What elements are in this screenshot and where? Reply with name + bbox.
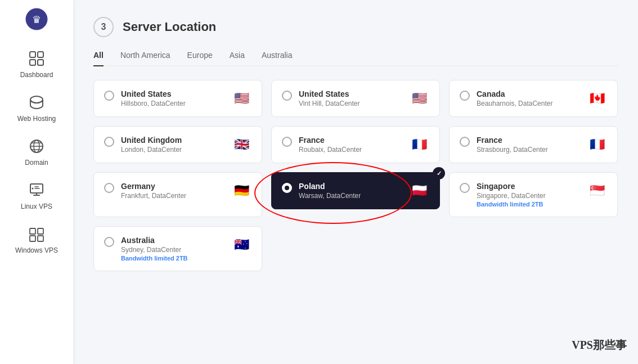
bandwidth-note: Bandwidth limited 2TB [477, 201, 580, 208]
location-card-australia[interactable]: Australia Sydney, DataCenter Bandwidth l… [93, 226, 262, 271]
country-name: United States [299, 89, 402, 98]
tab-asia[interactable]: Asia [230, 51, 245, 65]
flag-us-hillsboro: 🇺🇸 [231, 92, 251, 105]
country-name: United States [121, 89, 224, 98]
country-name: Germany [121, 182, 224, 191]
flag-uk: 🇬🇧 [231, 138, 251, 151]
flag-canada: 🇨🇦 [587, 92, 607, 105]
tab-australia[interactable]: Australia [262, 51, 292, 65]
linux-vps-icon [26, 180, 47, 200]
svg-rect-2 [30, 52, 35, 57]
radio-australia[interactable] [104, 237, 114, 247]
country-name: United Kingdom [121, 136, 224, 145]
sidebar-item-linux-vps[interactable]: Linux VPS [0, 173, 73, 217]
location-card-france-strasbourg[interactable]: France Strasbourg, DataCenter 🇫🇷 [449, 126, 618, 163]
location-card-uk[interactable]: United Kingdom London, DataCenter 🇬🇧 [93, 126, 262, 163]
sidebar-item-domain[interactable]: Domain [0, 129, 73, 173]
sidebar-item-windows-vps[interactable]: Windows VPS [0, 217, 73, 261]
location-card-canada[interactable]: Canada Beauharnois, DataCenter 🇨🇦 [449, 80, 618, 117]
svg-rect-19 [38, 236, 43, 241]
sidebar-item-web-hosting[interactable]: Web Hosting [0, 86, 73, 129]
poland-card-wrapper: Poland Warsaw, DataCenter 🇵🇱 [271, 172, 440, 217]
svg-point-13 [32, 188, 34, 190]
sidebar-label-domain: Domain [25, 159, 48, 167]
logo: ♛ [23, 6, 50, 33]
radio-france-roubaix[interactable] [282, 137, 292, 147]
svg-rect-17 [38, 228, 43, 234]
city-name: Beauharnois, DataCenter [477, 100, 580, 107]
flag-singapore: 🇸🇬 [587, 184, 607, 197]
city-name: Roubaix, DataCenter [299, 146, 402, 154]
sidebar-label-windows-vps: Windows VPS [15, 246, 58, 254]
location-card-germany[interactable]: Germany Frankfurt, DataCenter 🇩🇪 [93, 172, 262, 217]
country-name: France [477, 136, 580, 145]
location-card-singapore[interactable]: Singapore Singapore, DataCenter Bandwidt… [449, 172, 618, 217]
svg-rect-16 [30, 228, 35, 234]
flag-us-vint: 🇺🇸 [409, 92, 429, 105]
city-name: Frankfurt, DataCenter [121, 192, 224, 200]
country-name: Australia [121, 236, 224, 245]
dashboard-icon [26, 48, 47, 69]
radio-uk[interactable] [104, 137, 114, 147]
radio-germany[interactable] [104, 183, 114, 193]
country-name: Singapore [477, 182, 580, 191]
country-name: Canada [477, 89, 580, 98]
sidebar-label-linux-vps: Linux VPS [21, 203, 52, 210]
sidebar-label-dashboard: Dashboard [20, 71, 53, 79]
flag-germany: 🇩🇪 [231, 184, 251, 197]
svg-rect-3 [38, 52, 43, 57]
city-name: Vint Hill, DataCenter [299, 100, 402, 107]
sidebar-item-dashboard[interactable]: Dashboard [0, 42, 73, 86]
country-name: France [299, 136, 402, 145]
svg-rect-5 [38, 60, 43, 65]
country-name: Poland [299, 182, 402, 191]
main-content: 3 Server Location All North America Euro… [73, 0, 638, 364]
sidebar-label-web-hosting: Web Hosting [17, 115, 56, 123]
watermark: VPS那些事 [572, 338, 627, 353]
city-name: Sydney, DataCenter [121, 246, 224, 254]
radio-france-strasbourg[interactable] [460, 137, 470, 147]
city-name: Singapore, DataCenter [477, 192, 580, 200]
svg-rect-18 [30, 236, 35, 241]
radio-us-vint[interactable] [282, 91, 292, 101]
domain-icon [26, 136, 47, 156]
tab-all[interactable]: All [93, 51, 104, 65]
location-card-poland[interactable]: Poland Warsaw, DataCenter 🇵🇱 [271, 172, 440, 209]
step-header: 3 Server Location [93, 17, 618, 37]
web-hosting-icon [26, 92, 47, 113]
filter-tabs: All North America Europe Asia Australia [93, 51, 618, 66]
selected-checkmark [433, 167, 445, 179]
locations-grid: United States Hillsboro, DataCenter 🇺🇸 U… [93, 80, 618, 271]
svg-rect-4 [30, 60, 35, 65]
city-name: Warsaw, DataCenter [299, 192, 402, 200]
page-title: Server Location [123, 20, 216, 34]
tab-europe[interactable]: Europe [187, 51, 213, 65]
flag-australia: 🇦🇺 [231, 238, 251, 251]
location-card-france-roubaix[interactable]: France Roubaix, DataCenter 🇫🇷 [271, 126, 440, 163]
location-card-us-hillsboro[interactable]: United States Hillsboro, DataCenter 🇺🇸 [93, 80, 262, 117]
radio-singapore[interactable] [460, 183, 470, 193]
radio-canada[interactable] [460, 91, 470, 101]
svg-text:♛: ♛ [32, 14, 41, 25]
flag-poland: 🇵🇱 [409, 184, 429, 197]
location-card-us-vint[interactable]: United States Vint Hill, DataCenter 🇺🇸 [271, 80, 440, 117]
radio-poland[interactable] [282, 183, 292, 193]
step-badge: 3 [93, 17, 114, 37]
city-name: Strasbourg, DataCenter [477, 146, 580, 154]
tab-north-america[interactable]: North America [120, 51, 170, 65]
windows-vps-icon [26, 224, 47, 244]
bandwidth-note: Bandwidth limited 2TB [121, 255, 224, 262]
sidebar: ♛ Dashboard Web Hosting [0, 0, 73, 364]
flag-france-roubaix: 🇫🇷 [409, 138, 429, 151]
city-name: Hillsboro, DataCenter [121, 100, 224, 107]
city-name: London, DataCenter [121, 146, 224, 154]
flag-france-strasbourg: 🇫🇷 [587, 138, 607, 151]
radio-us-hillsboro[interactable] [104, 91, 114, 101]
